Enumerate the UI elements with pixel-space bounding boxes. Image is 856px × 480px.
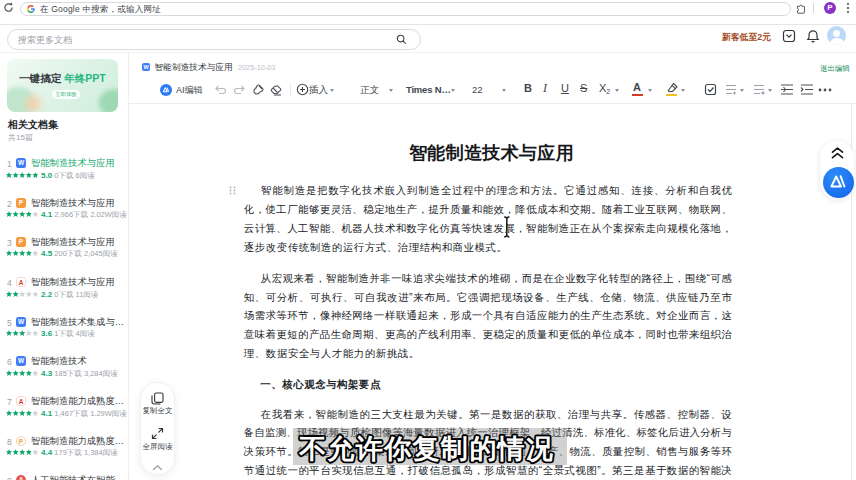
svg-text:不允许你复制的情况: 不允许你复制的情况 [298,434,555,464]
